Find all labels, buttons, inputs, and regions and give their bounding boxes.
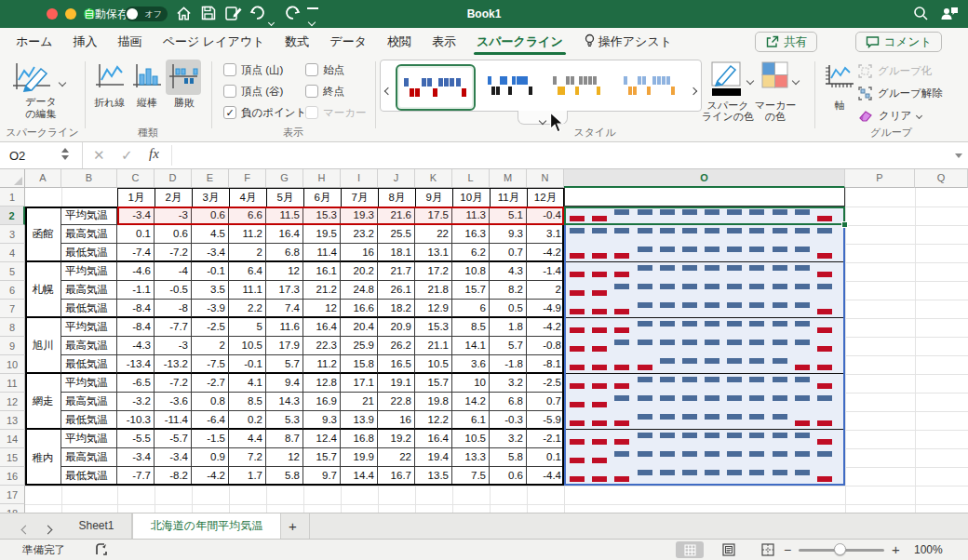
row-header-16[interactable]: 16: [0, 467, 25, 486]
cancel-icon[interactable]: ✕: [93, 147, 105, 164]
value-cell[interactable]: 7.5: [452, 467, 490, 486]
value-cell[interactable]: 9.3: [303, 411, 341, 430]
value-cell[interactable]: 6.4: [229, 262, 266, 281]
value-cell[interactable]: -13.4: [117, 355, 155, 374]
value-cell[interactable]: -7.4: [117, 244, 155, 262]
month-cell[interactable]: 7月: [341, 188, 379, 207]
city-cell[interactable]: 稚内: [25, 430, 61, 486]
value-cell[interactable]: 6: [452, 300, 490, 318]
value-cell[interactable]: 21.6: [378, 207, 415, 225]
ribbon-tab-ページ レイアウト[interactable]: ページ レイアウト: [153, 28, 276, 56]
sparkline-color-button[interactable]: [711, 61, 743, 100]
value-cell[interactable]: 22: [415, 225, 452, 244]
row-header-13[interactable]: 13: [0, 411, 25, 430]
sparkline-cell[interactable]: [566, 430, 843, 448]
value-cell[interactable]: 6.6: [229, 207, 266, 225]
value-cell[interactable]: 3.5: [192, 281, 229, 300]
value-cell[interactable]: 16.9: [303, 393, 341, 411]
checkbox-終点[interactable]: [305, 85, 318, 98]
value-cell[interactable]: 16.6: [341, 300, 378, 318]
value-cell[interactable]: 8.5: [452, 318, 490, 337]
value-cell[interactable]: -6.4: [192, 411, 229, 430]
value-cell[interactable]: 0.1: [527, 448, 564, 467]
value-cell[interactable]: 22.8: [378, 393, 415, 411]
metric-cell[interactable]: 最低気温: [61, 244, 117, 262]
sparkline-cell[interactable]: [566, 281, 843, 300]
value-cell[interactable]: 10.5: [229, 337, 266, 355]
sparkline-cell[interactable]: [566, 374, 843, 393]
value-cell[interactable]: 23.2: [341, 225, 378, 244]
metric-cell[interactable]: 最高気温: [61, 225, 117, 244]
sheet-tab-北海道の年間平均気温[interactable]: 北海道の年間平均気温: [132, 513, 281, 539]
value-cell[interactable]: 16.4: [303, 318, 341, 337]
value-cell[interactable]: 13.1: [415, 244, 452, 262]
value-cell[interactable]: -5.5: [117, 430, 155, 448]
value-cell[interactable]: -3.4: [192, 244, 229, 262]
value-cell[interactable]: 16: [378, 411, 415, 430]
value-cell[interactable]: 7.2: [229, 448, 266, 467]
value-cell[interactable]: -5.9: [527, 411, 564, 430]
value-cell[interactable]: 11.4: [303, 244, 341, 262]
value-cell[interactable]: 17.9: [266, 337, 303, 355]
value-cell[interactable]: 17.2: [415, 262, 452, 281]
value-cell[interactable]: 4.3: [490, 262, 527, 281]
comment-button[interactable]: コメント: [855, 32, 942, 52]
style-thumb-3[interactable]: [546, 70, 608, 101]
value-cell[interactable]: 12: [266, 262, 303, 281]
value-cell[interactable]: 4.4: [229, 430, 266, 448]
value-cell[interactable]: -3.9: [192, 300, 229, 318]
value-cell[interactable]: 26.2: [378, 337, 415, 355]
value-cell[interactable]: 5.7: [266, 355, 303, 374]
metric-cell[interactable]: 最高気温: [61, 281, 117, 300]
value-cell[interactable]: 19.3: [341, 207, 378, 225]
value-cell[interactable]: 4.1: [229, 374, 266, 393]
value-cell[interactable]: -3.4: [155, 448, 192, 467]
value-cell[interactable]: 16.1: [303, 262, 341, 281]
name-box-stepper[interactable]: [61, 148, 69, 160]
checkbox-頂点 (山)[interactable]: [223, 63, 236, 76]
value-cell[interactable]: -1.5: [192, 430, 229, 448]
value-cell[interactable]: 0.7: [490, 244, 527, 262]
value-cell[interactable]: -4.2: [527, 318, 564, 337]
insert-function-icon[interactable]: fx: [149, 146, 159, 162]
value-cell[interactable]: 0.2: [229, 411, 266, 430]
value-cell[interactable]: 12: [266, 448, 303, 467]
sparkline-group-range[interactable]: [564, 207, 845, 486]
row-header-5[interactable]: 5: [0, 262, 25, 281]
value-cell[interactable]: 1.7: [229, 467, 266, 486]
page-layout-view-button[interactable]: [715, 541, 743, 558]
value-cell[interactable]: 11.3: [452, 207, 490, 225]
value-cell[interactable]: 3.2: [490, 430, 527, 448]
city-cell[interactable]: 函館: [25, 207, 61, 262]
sparkline-cell[interactable]: [566, 300, 843, 318]
value-cell[interactable]: 15.3: [415, 318, 452, 337]
month-cell[interactable]: 9月: [415, 188, 453, 207]
value-cell[interactable]: 8.7: [266, 430, 303, 448]
value-cell[interactable]: 5: [229, 318, 266, 337]
row-header-2[interactable]: 2: [0, 207, 25, 225]
col-header-C[interactable]: C: [117, 169, 155, 188]
col-header-D[interactable]: D: [155, 169, 192, 188]
value-cell[interactable]: 4.5: [192, 225, 229, 244]
value-cell[interactable]: 7.4: [266, 300, 303, 318]
value-cell[interactable]: -10.3: [117, 411, 155, 430]
value-cell[interactable]: 12.4: [303, 430, 341, 448]
value-cell[interactable]: 22.3: [303, 337, 341, 355]
month-cell[interactable]: 6月: [303, 188, 342, 207]
value-cell[interactable]: 19.9: [341, 448, 378, 467]
row-header-4[interactable]: 4: [0, 244, 25, 262]
checkbox-始点[interactable]: [305, 63, 318, 76]
row-header-15[interactable]: 15: [0, 448, 25, 467]
sparkline-cell[interactable]: [566, 448, 843, 467]
value-cell[interactable]: -5.7: [155, 430, 192, 448]
style-thumb-4[interactable]: [617, 70, 682, 101]
value-cell[interactable]: 0.5: [490, 300, 527, 318]
col-header-B[interactable]: B: [61, 169, 117, 188]
add-sheet-button[interactable]: +: [289, 518, 297, 534]
value-cell[interactable]: 16.4: [266, 225, 303, 244]
value-cell[interactable]: -3.4: [117, 207, 155, 225]
row-header-14[interactable]: 14: [0, 430, 25, 448]
month-cell[interactable]: 11月: [490, 188, 528, 207]
value-cell[interactable]: -3: [155, 337, 192, 355]
value-cell[interactable]: -7.7: [155, 318, 192, 337]
